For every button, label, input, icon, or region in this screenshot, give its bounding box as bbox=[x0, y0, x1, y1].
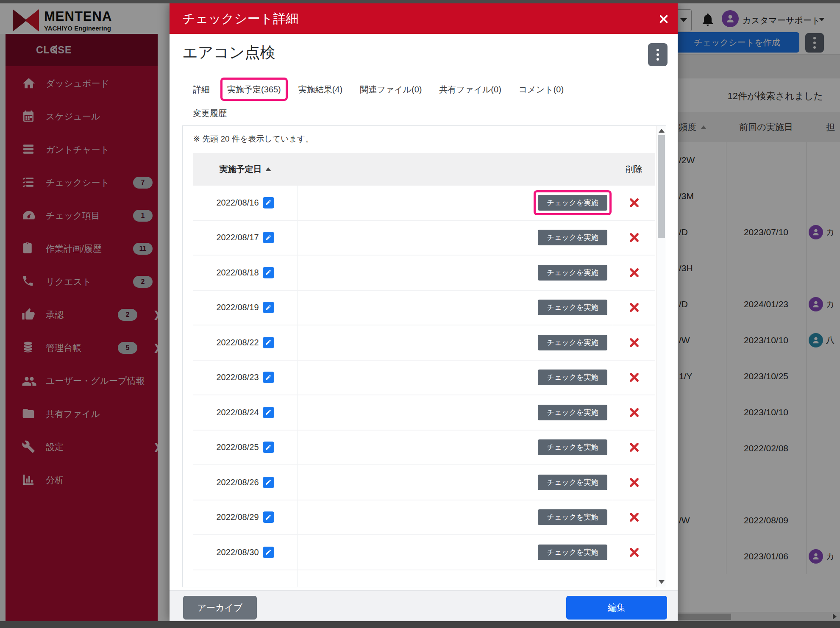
column-header-planned-date[interactable]: 実施予定日 bbox=[193, 153, 297, 186]
run-check-button[interactable]: チェックを実施 bbox=[538, 370, 607, 385]
planned-date: 2022/08/24 bbox=[216, 408, 259, 417]
planned-date: 2022/08/19 bbox=[216, 303, 259, 312]
planned-date: 2022/08/16 bbox=[216, 198, 259, 208]
run-check-button[interactable]: チェックを実施 bbox=[538, 230, 607, 245]
edit-date-button[interactable] bbox=[263, 477, 274, 488]
planned-date: 2022/08/22 bbox=[216, 338, 259, 347]
tab-3[interactable]: 関連ファイル(0) bbox=[360, 84, 422, 95]
run-check-button[interactable]: チェックを実施 bbox=[538, 335, 607, 350]
planned-date: 2022/08/23 bbox=[216, 372, 259, 382]
schedule-row: 2022/08/16チェックを実施 bbox=[193, 186, 655, 221]
modal-close-icon[interactable] bbox=[656, 11, 672, 27]
run-check-button[interactable]: チェックを実施 bbox=[538, 300, 607, 315]
schedule-row: 2022/08/30チェックを実施 bbox=[193, 535, 655, 570]
modal-title: チェックシート詳細 bbox=[182, 10, 298, 28]
schedule-table-header: 実施予定日 削除 bbox=[193, 153, 655, 186]
run-check-button[interactable]: チェックを実施 bbox=[538, 475, 607, 490]
delete-row-icon[interactable] bbox=[629, 337, 640, 348]
schedule-row: 2022/08/29チェックを実施 bbox=[193, 500, 655, 536]
edit-date-button[interactable] bbox=[263, 511, 274, 523]
top-window-strip bbox=[0, 0, 840, 3]
delete-row-icon[interactable] bbox=[629, 232, 640, 243]
column-header-delete: 削除 bbox=[613, 153, 655, 186]
edit-date-button[interactable] bbox=[263, 372, 274, 383]
edit-button[interactable]: 編集 bbox=[566, 596, 667, 620]
tab-0[interactable]: 詳細 bbox=[193, 84, 210, 95]
schedule-row: 2022/08/19チェックを実施 bbox=[193, 291, 655, 326]
planned-date: 2022/08/30 bbox=[216, 547, 259, 557]
scroll-down-icon[interactable] bbox=[659, 580, 665, 584]
planned-date: 2022/08/17 bbox=[216, 233, 259, 242]
schedule-row: 2022/08/25チェックを実施 bbox=[193, 431, 655, 466]
run-check-button[interactable]: チェックを実施 bbox=[538, 545, 607, 560]
delete-row-icon[interactable] bbox=[629, 407, 640, 418]
schedule-row: 2022/08/26チェックを実施 bbox=[193, 465, 655, 500]
delete-row-icon[interactable] bbox=[629, 512, 640, 522]
edit-date-button[interactable] bbox=[263, 442, 274, 453]
delete-row-icon[interactable] bbox=[629, 197, 640, 208]
edit-date-button[interactable] bbox=[263, 337, 274, 348]
annotation-highlight bbox=[220, 78, 288, 101]
tab-change-history[interactable]: 変更履歴 bbox=[193, 108, 227, 118]
delete-row-icon[interactable] bbox=[629, 477, 640, 488]
run-check-button[interactable]: チェックを実施 bbox=[538, 405, 607, 420]
edit-date-button[interactable] bbox=[263, 267, 274, 278]
modal-tabs: 詳細実施予定(365)実施結果(4)関連ファイル(0)共有ファイル(0)コメント… bbox=[193, 84, 564, 95]
tab-1[interactable]: 実施予定(365) bbox=[227, 84, 281, 95]
planned-date: 2022/08/18 bbox=[216, 268, 259, 278]
edit-date-button[interactable] bbox=[263, 232, 274, 243]
run-check-button[interactable]: チェックを実施 bbox=[538, 439, 607, 455]
edit-date-button[interactable] bbox=[263, 302, 274, 313]
modal-header: チェックシート詳細 bbox=[170, 3, 678, 34]
tab-5[interactable]: コメント(0) bbox=[519, 84, 564, 95]
scroll-up-icon[interactable] bbox=[659, 129, 665, 133]
delete-row-icon[interactable] bbox=[629, 372, 640, 383]
schedule-row: 2022/08/23チェックを実施 bbox=[193, 361, 655, 396]
checksheet-name: エアコン点検 bbox=[182, 42, 275, 63]
app-page: MENTENA YACHIYO Engineering カスタマーサポート チェ… bbox=[0, 0, 840, 628]
run-check-button[interactable]: チェックを実施 bbox=[538, 509, 607, 525]
annotation-highlight bbox=[534, 190, 612, 215]
tab-4[interactable]: 共有ファイル(0) bbox=[439, 84, 501, 95]
schedule-row: 2022/08/22チェックを実施 bbox=[193, 325, 655, 361]
archive-button[interactable]: アーカイブ bbox=[183, 596, 257, 620]
run-check-button[interactable]: チェックを実施 bbox=[538, 195, 607, 211]
edit-date-button[interactable] bbox=[263, 547, 274, 558]
planned-date: 2022/08/25 bbox=[216, 442, 259, 452]
display-limit-note: ※ 先頭 20 件を表示しています。 bbox=[193, 133, 314, 144]
tab-2[interactable]: 実施結果(4) bbox=[298, 84, 342, 95]
schedule-row: 2022/08/17チェックを実施 bbox=[193, 221, 655, 256]
delete-row-icon[interactable] bbox=[629, 267, 640, 278]
schedule-row: 2022/08/24チェックを実施 bbox=[193, 395, 655, 431]
modal-body: エアコン点検 詳細実施予定(365)実施結果(4)関連ファイル(0)共有ファイル… bbox=[170, 34, 678, 590]
schedule-row: 2022/08/18チェックを実施 bbox=[193, 256, 655, 291]
run-check-button[interactable]: チェックを実施 bbox=[538, 265, 607, 281]
modal-footer: アーカイブ 編集 bbox=[170, 590, 678, 621]
delete-row-icon[interactable] bbox=[629, 442, 640, 453]
schedule-table-container: ※ 先頭 20 件を表示しています。 実施予定日 削除 2022/08/16チェ… bbox=[182, 125, 666, 587]
planned-date: 2022/08/26 bbox=[216, 478, 259, 487]
delete-row-icon[interactable] bbox=[629, 547, 640, 558]
modal-kebab-menu-button[interactable] bbox=[648, 43, 668, 66]
bottom-window-strip bbox=[0, 621, 840, 628]
scrollbar-thumb[interactable] bbox=[658, 135, 665, 238]
checksheet-detail-modal: チェックシート詳細 エアコン点検 詳細実施予定(365)実施結果(4)関連ファイ… bbox=[170, 3, 678, 621]
edit-date-button[interactable] bbox=[263, 197, 274, 208]
schedule-row-partial bbox=[193, 570, 655, 588]
planned-date: 2022/08/29 bbox=[216, 512, 259, 522]
edit-date-button[interactable] bbox=[263, 407, 274, 418]
delete-row-icon[interactable] bbox=[629, 302, 640, 313]
sort-asc-icon bbox=[265, 167, 271, 171]
modal-vertical-scrollbar[interactable] bbox=[656, 126, 666, 587]
